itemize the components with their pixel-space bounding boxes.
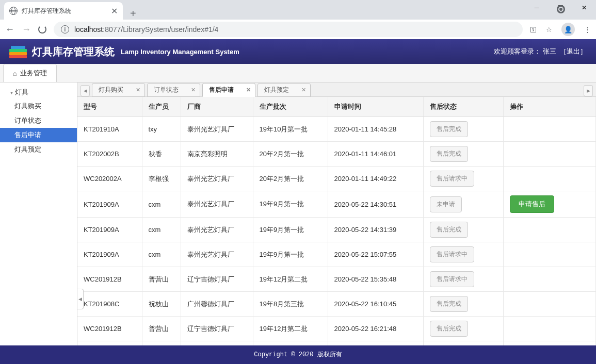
- cell-maker: 广州馨德灯具厂: [181, 292, 253, 317]
- cell-time: 2020-01-11 14:46:01: [328, 142, 423, 167]
- inner-tab-label: 订单状态: [154, 86, 179, 94]
- chevron-down-icon: ▾: [10, 90, 13, 95]
- key-icon[interactable]: ⚿: [530, 26, 537, 34]
- tree-root-lamp[interactable]: ▾ 灯具: [0, 86, 77, 99]
- cell-batch: 19年9月第一批: [253, 218, 328, 242]
- cell-action: [503, 142, 596, 167]
- back-button[interactable]: ←: [5, 24, 14, 35]
- tab-scroll-right[interactable]: ▶: [584, 85, 593, 96]
- cell-maker: 泰州光艺灯具厂: [181, 191, 253, 218]
- cell-maker: 泰州光艺灯具厂: [181, 242, 253, 267]
- cell-time: 2020-01-11 14:49:22: [328, 167, 423, 191]
- module-tab-business[interactable]: ⌂ 业务管理: [3, 64, 57, 82]
- cell-status: 售后请求中: [423, 267, 503, 292]
- cell-model: KT201910A: [77, 117, 142, 142]
- sidebar-collapse-handle[interactable]: ◀: [77, 289, 84, 309]
- cell-status: 售后请求中: [423, 167, 503, 191]
- cell-model: KT201909A: [77, 191, 142, 218]
- cell-producer: 李根强: [142, 167, 181, 191]
- cell-maker: 泰州光艺灯具厂: [181, 167, 253, 191]
- inner-tab-0[interactable]: 灯具购买: [92, 83, 145, 97]
- cell-producer: 普营山: [142, 267, 181, 292]
- close-icon[interactable]: [246, 87, 251, 93]
- tab-scroll-left[interactable]: ◀: [80, 85, 90, 96]
- app-title-en: Lamp Inventory Management System: [121, 48, 239, 56]
- address-bar[interactable]: i localhost:8077/LibrarySystem/user/inde…: [54, 22, 523, 37]
- sidebar-item-1[interactable]: 订单状态: [0, 113, 77, 128]
- table-row: WC202002A李根强泰州光艺灯具厂20年2月第一批2020-01-11 14…: [77, 167, 596, 191]
- site-info-icon[interactable]: i: [61, 25, 69, 34]
- table-row: WC201912B普营山辽宁吉德灯具厂19年12月第二批2020-05-22 1…: [77, 317, 596, 341]
- table-row: YT201911A林耀东辽宁吉德灯具厂19年11月第一批2020-05-22 1…: [77, 341, 596, 346]
- cell-producer: 林耀东: [142, 341, 181, 346]
- table-row: KT201909Acxm泰州光艺灯具厂19年9月第一批2020-05-22 14…: [77, 191, 596, 218]
- home-icon: ⌂: [13, 70, 17, 77]
- status-badge: 售后完成: [430, 296, 468, 312]
- status-badge: 售后请求中: [430, 271, 474, 287]
- col-header-4: 申请时间: [328, 97, 423, 117]
- app-header: 灯具库存管理系统 Lamp Inventory Management Syste…: [0, 39, 596, 64]
- header-user-area: 欢迎顾客登录： 张三 ［退出］: [494, 47, 587, 56]
- sidebar-item-0[interactable]: 灯具购买: [0, 99, 77, 113]
- window-close[interactable]: ✕: [572, 0, 596, 15]
- inner-tab-2[interactable]: 售后申请: [202, 83, 255, 97]
- cell-status: 售后完成: [423, 218, 503, 242]
- cell-status: 未申请: [423, 191, 503, 218]
- cell-producer: 普营山: [142, 317, 181, 341]
- cell-batch: 19年8月第三批: [253, 292, 328, 317]
- table-row: KT201909Acxm泰州光艺灯具厂19年9月第一批2020-05-22 15…: [77, 242, 596, 267]
- close-icon[interactable]: [136, 87, 140, 93]
- cell-time: 2020-05-22 15:35:48: [328, 267, 423, 292]
- cell-producer: cxm: [142, 242, 181, 267]
- cell-model: KT201909A: [77, 242, 142, 267]
- module-tab-bar: ⌂ 业务管理: [0, 64, 596, 82]
- table-container[interactable]: 型号生产员厂商生产批次申请时间售后状态操作 KT201910Atxy泰州光艺灯具…: [77, 97, 596, 345]
- cell-model: WC201912B: [77, 267, 142, 292]
- cell-producer: cxm: [142, 218, 181, 242]
- footer-text: Copyright © 2020 版权所有: [254, 351, 342, 358]
- cell-action: [503, 242, 596, 267]
- apply-aftersale-button[interactable]: 申请售后: [510, 195, 554, 213]
- cell-action: [503, 117, 596, 142]
- cell-action: [503, 218, 596, 242]
- sidebar-item-2[interactable]: 售后申请: [0, 128, 77, 142]
- close-icon[interactable]: [301, 87, 306, 93]
- reload-icon: [38, 25, 46, 34]
- col-header-0: 型号: [77, 97, 142, 117]
- browser-tab[interactable]: 灯具库存管理系统 ✕: [4, 2, 123, 20]
- inner-tab-3[interactable]: 灯具预定: [257, 83, 311, 97]
- window-minimize[interactable]: ─: [525, 0, 549, 15]
- cell-time: 2020-05-22 14:31:39: [328, 218, 423, 242]
- logout-link[interactable]: ［退出］: [560, 47, 587, 55]
- browser-tab-close-icon[interactable]: ✕: [111, 6, 118, 16]
- menu-icon[interactable]: ⋮: [584, 26, 591, 34]
- col-header-1: 生产员: [142, 97, 181, 117]
- star-icon[interactable]: ☆: [546, 26, 552, 34]
- status-badge: 未申请: [430, 196, 462, 212]
- cell-batch: 20年2月第一批: [253, 167, 328, 191]
- cell-status: 售后完成: [423, 117, 503, 142]
- cell-model: WC201912B: [77, 317, 142, 341]
- footer: Copyright © 2020 版权所有: [0, 345, 596, 364]
- cell-action: [503, 167, 596, 191]
- col-header-2: 厂商: [181, 97, 253, 117]
- table-row: WC201912B普营山辽宁吉德灯具厂19年12月第二批2020-05-22 1…: [77, 267, 596, 292]
- new-tab-button[interactable]: +: [123, 8, 143, 20]
- module-tab-label: 业务管理: [20, 69, 47, 78]
- browser-tab-title: 灯具库存管理系统: [22, 7, 107, 15]
- sidebar-item-3[interactable]: 灯具预定: [0, 142, 77, 157]
- cell-status: 售后完成: [423, 142, 503, 167]
- globe-icon: [9, 7, 18, 15]
- cell-action: 申请售后: [503, 191, 596, 218]
- reload-button[interactable]: [38, 25, 46, 34]
- inner-tab-label: 售后申请: [209, 86, 234, 94]
- profile-avatar[interactable]: 👤: [561, 23, 575, 36]
- close-icon[interactable]: [191, 87, 196, 93]
- table-row: KT201909Acxm泰州光艺灯具厂19年9月第一批2020-05-22 14…: [77, 218, 596, 242]
- cell-model: KT201909A: [77, 218, 142, 242]
- app-title-cn: 灯具库存管理系统: [32, 45, 115, 59]
- profile-dot-icon[interactable]: [557, 5, 565, 13]
- forward-button[interactable]: →: [22, 24, 31, 35]
- cell-action: [503, 317, 596, 341]
- inner-tab-1[interactable]: 订单状态: [147, 83, 200, 97]
